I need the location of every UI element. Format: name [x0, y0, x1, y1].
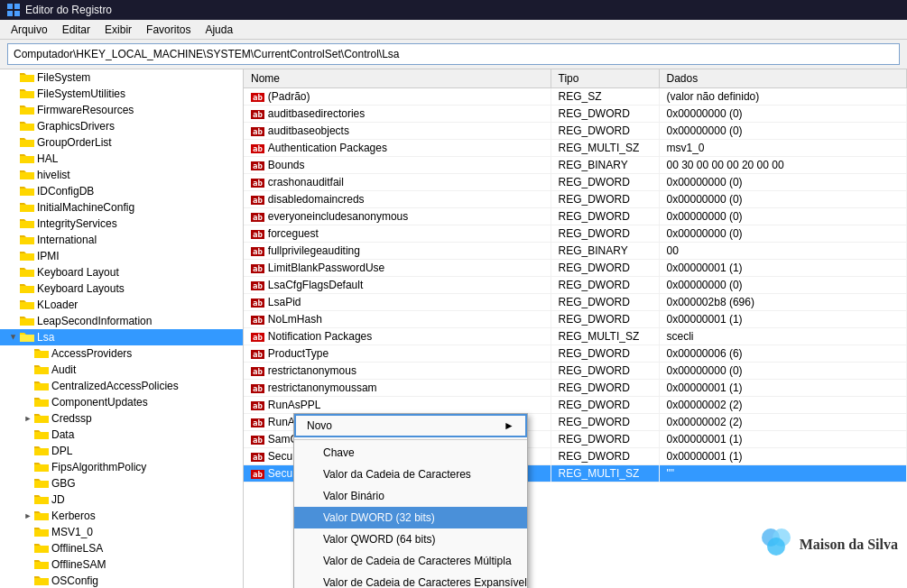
- cell-name: abeveryoneincludesanonymous: [244, 208, 551, 225]
- table-row[interactable]: abrestrictanonymoussam REG_DWORD 0x00000…: [244, 380, 907, 397]
- valor-cadeia-multipla-item[interactable]: Valor de Cadeia de Caracteres Múltipla: [294, 550, 527, 572]
- table-row[interactable]: abforceguest REG_DWORD 0x00000000 (0): [244, 225, 907, 243]
- tree-item-filesystem[interactable]: FileSystem: [0, 69, 243, 86]
- tree-label: Audit: [51, 363, 76, 376]
- tree-item-accessproviders[interactable]: AccessProviders: [0, 345, 243, 362]
- cell-data: 0x00000000 (0): [659, 123, 907, 140]
- table-row[interactable]: abrestrictanonymous REG_DWORD 0x00000000…: [244, 363, 907, 380]
- menu-exibir[interactable]: Exibir: [97, 22, 139, 38]
- valor-dword-item[interactable]: Valor DWORD (32 bits): [294, 507, 527, 528]
- menu-favoritos[interactable]: Favoritos: [139, 22, 198, 38]
- tree-item-idconfigdb[interactable]: IDConfigDB: [0, 183, 243, 199]
- table-row[interactable]: abProductType REG_DWORD 0x00000006 (6): [244, 345, 907, 363]
- tree-label: IDConfigDB: [37, 185, 94, 198]
- tree-item-audit[interactable]: Audit: [0, 362, 243, 378]
- tree-item-grouporderlist[interactable]: GroupOrderList: [0, 134, 243, 151]
- tree-item-offlinesam[interactable]: OfflineSAM: [0, 556, 243, 573]
- table-row[interactable]: abfullprivilegeauditing REG_BINARY 00: [244, 243, 907, 260]
- cell-name: abNotification Packages: [244, 328, 551, 345]
- cell-type: REG_BINARY: [551, 157, 659, 174]
- tree-item-keyboard-layouts[interactable]: Keyboard Layouts: [0, 280, 243, 297]
- valor-cadeia-expansivel-item[interactable]: Valor de Cadeia de Caracteres Expansível: [294, 572, 527, 588]
- table-row[interactable]: ab(Padrão) REG_SZ (valor não definido): [244, 88, 907, 106]
- table-row[interactable]: abBounds REG_BINARY 00 30 00 00 00 20 00…: [244, 157, 907, 174]
- tree-item-data[interactable]: Data: [0, 427, 243, 443]
- valor-binario-item[interactable]: Valor Binário: [294, 485, 527, 507]
- tree-item-kerberos[interactable]: ►Kerberos: [0, 508, 243, 524]
- tree-panel[interactable]: FileSystemFileSystemUtilitiesFirmwareRes…: [0, 69, 244, 588]
- cell-name: abLsaCfgFlagsDefault: [244, 277, 551, 294]
- table-row[interactable]: abcrashonauditfail REG_DWORD 0x00000000 …: [244, 174, 907, 191]
- tree-item-hal[interactable]: HAL: [0, 151, 243, 167]
- folder-icon: [34, 411, 49, 426]
- cell-type: REG_DWORD: [551, 106, 659, 123]
- tree-item-gbg[interactable]: GBG: [0, 475, 243, 492]
- chave-item[interactable]: Chave: [294, 442, 527, 464]
- cell-data: 0x00000001 (1): [659, 311, 907, 328]
- col-data[interactable]: Dados: [659, 69, 907, 88]
- tree-item-offlinelsa[interactable]: OfflineLSA: [0, 540, 243, 556]
- folder-icon: [20, 135, 34, 150]
- tree-item-leapsecondinformation[interactable]: LeapSecondInformation: [0, 313, 243, 329]
- tree-label: DPL: [51, 445, 72, 457]
- tree-item-integrityservices[interactable]: IntegrityServices: [0, 216, 243, 232]
- table-row[interactable]: abLsaCfgFlagsDefault REG_DWORD 0x0000000…: [244, 277, 907, 294]
- cell-name: abcrashonauditfail: [244, 174, 551, 191]
- cell-data: 0x00000002 (2): [659, 414, 907, 431]
- tree-arrow: ►: [22, 414, 34, 423]
- tree-item-jd[interactable]: JD: [0, 492, 243, 508]
- tree-item-centralizedaccesspolicies[interactable]: CentralizedAccessPolicies: [0, 378, 243, 394]
- table-row[interactable]: abRunAsPPL REG_DWORD 0x00000002 (2): [244, 397, 907, 414]
- tree-item-international[interactable]: International: [0, 232, 243, 248]
- tree-item-hivelist[interactable]: hivelist: [0, 167, 243, 183]
- tree-item-kloader[interactable]: KLoader: [0, 297, 243, 313]
- tree-label: KLoader: [37, 299, 78, 311]
- tree-label: GroupOrderList: [37, 136, 112, 149]
- col-name[interactable]: Nome: [244, 69, 551, 88]
- tree-item-keyboard-layout[interactable]: Keyboard Layout: [0, 264, 243, 280]
- tree-item-ipmi[interactable]: IPMI: [0, 248, 243, 264]
- menu-editar[interactable]: Editar: [55, 22, 97, 38]
- tree-item-dpl[interactable]: DPL: [0, 443, 243, 459]
- menu-ajuda[interactable]: Ajuda: [198, 22, 240, 38]
- tree-item-msv1_0[interactable]: MSV1_0: [0, 524, 243, 540]
- table-row[interactable]: abauditbasedirectories REG_DWORD 0x00000…: [244, 106, 907, 123]
- context-menu[interactable]: Novo ► Chave Valor da Cadeia de Caracter…: [293, 413, 528, 588]
- table-row[interactable]: abLsaPid REG_DWORD 0x000002b8 (696): [244, 294, 907, 311]
- table-row[interactable]: abLimitBlankPasswordUse REG_DWORD 0x0000…: [244, 260, 907, 277]
- cell-type: REG_DWORD: [551, 191, 659, 208]
- cell-name: abLsaPid: [244, 294, 551, 311]
- tree-item-componentupdates[interactable]: ComponentUpdates: [0, 394, 243, 410]
- tree-item-filesystemutilities[interactable]: FileSystemUtilities: [0, 86, 243, 102]
- tree-label: International: [37, 234, 97, 246]
- valor-qword-item[interactable]: Valor QWORD (64 bits): [294, 528, 527, 550]
- table-row[interactable]: abNoLmHash REG_DWORD 0x00000001 (1): [244, 311, 907, 328]
- folder-icon: [34, 525, 49, 539]
- table-row[interactable]: abauditbaseobjects REG_DWORD 0x00000000 …: [244, 123, 907, 140]
- icon-dword: ab: [251, 161, 264, 170]
- tree-item-credssp[interactable]: ►Credssp: [0, 410, 243, 427]
- table-row[interactable]: abdisabledomaincreds REG_DWORD 0x0000000…: [244, 191, 907, 208]
- cell-name: abProductType: [244, 345, 551, 363]
- folder-icon: [20, 216, 34, 231]
- tree-label: LeapSecondInformation: [37, 315, 152, 327]
- cell-data: (valor não definido): [659, 88, 907, 106]
- table-row[interactable]: abeveryoneincludesanonymous REG_DWORD 0x…: [244, 208, 907, 225]
- svg-point-6: [767, 537, 785, 556]
- tree-item-lsa[interactable]: ►Lsa: [0, 329, 243, 345]
- icon-ab: ab: [251, 93, 264, 102]
- table-row[interactable]: abNotification Packages REG_MULTI_SZ sce…: [244, 328, 907, 345]
- menu-arquivo[interactable]: Arquivo: [4, 22, 55, 38]
- folder-icon: [34, 427, 49, 442]
- tree-item-osconfig[interactable]: OSConfig: [0, 573, 243, 588]
- table-row[interactable]: abAuthentication Packages REG_MULTI_SZ m…: [244, 140, 907, 157]
- tree-item-graphicsdrivers[interactable]: GraphicsDrivers: [0, 118, 243, 134]
- tree-item-fipsalgorithmpolicy[interactable]: FipsAlgorithmPolicy: [0, 459, 243, 475]
- col-type[interactable]: Tipo: [551, 69, 659, 88]
- tree-item-firmwareresources[interactable]: FirmwareResources: [0, 102, 243, 118]
- address-bar[interactable]: Computador\HKEY_LOCAL_MACHINE\SYSTEM\Cur…: [7, 43, 900, 65]
- novo-menu-item[interactable]: Novo ►: [294, 414, 527, 437]
- valor-cadeia-item[interactable]: Valor da Cadeia de Caracteres: [294, 464, 527, 485]
- tree-item-initialmachineconfig[interactable]: InitialMachineConfig: [0, 199, 243, 216]
- tree-label: MSV1_0: [51, 526, 93, 538]
